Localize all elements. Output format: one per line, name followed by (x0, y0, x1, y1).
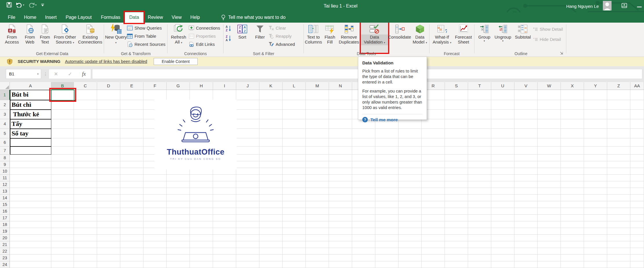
cell-C12[interactable] (74, 181, 97, 188)
cell-Z3[interactable] (607, 110, 630, 119)
cell-D18[interactable] (97, 221, 120, 228)
cell-Z21[interactable] (607, 241, 630, 248)
cell-D14[interactable] (97, 195, 120, 201)
cell-Z23[interactable] (607, 255, 630, 261)
cell-Y18[interactable] (584, 221, 607, 228)
cell-L3[interactable] (283, 110, 306, 119)
cell-H18[interactable] (190, 221, 213, 228)
cell-J11[interactable] (236, 175, 259, 181)
cell-U14[interactable] (491, 195, 514, 201)
cell-L14[interactable] (283, 195, 306, 201)
cell-I23[interactable] (213, 255, 236, 261)
cell-V11[interactable] (514, 175, 538, 181)
cell-O14[interactable] (352, 195, 375, 201)
cell-Y10[interactable] (584, 168, 607, 175)
cell-F15[interactable] (143, 201, 167, 208)
cell-L2[interactable] (283, 100, 306, 110)
cell-AA22[interactable] (630, 248, 644, 255)
cell-AA17[interactable] (630, 215, 644, 221)
cell-W11[interactable] (538, 175, 561, 181)
cell-M1[interactable] (306, 90, 329, 100)
cell-W9[interactable] (538, 161, 561, 168)
cell-N5[interactable] (329, 129, 352, 138)
cell-V7[interactable] (514, 146, 538, 155)
cell-N6[interactable] (329, 138, 352, 146)
cell-P23[interactable] (375, 255, 399, 261)
cell-B3[interactable] (51, 110, 74, 119)
cell-K24[interactable] (259, 261, 283, 268)
row-header-5[interactable]: 5 (0, 129, 10, 138)
cell-I14[interactable] (213, 195, 236, 201)
cell-M5[interactable] (306, 129, 329, 138)
column-header-E[interactable]: E (120, 82, 143, 90)
column-header-AA[interactable]: AA (630, 82, 644, 90)
cell-V9[interactable] (514, 161, 538, 168)
cell-P5[interactable] (375, 129, 399, 138)
cell-U8[interactable] (491, 155, 514, 161)
cell-P11[interactable] (375, 175, 399, 181)
advanced-filter-button[interactable]: Advanced (268, 41, 295, 48)
cell-Q13[interactable] (399, 188, 422, 195)
cell-J17[interactable] (236, 215, 259, 221)
cell-P22[interactable] (375, 248, 399, 255)
cell-P8[interactable] (375, 155, 399, 161)
cell-Q11[interactable] (399, 175, 422, 181)
cell-S7[interactable] (445, 146, 468, 155)
forecast-sheet-button[interactable]: Forecast Sheet (454, 23, 473, 52)
from-text-button[interactable]: From Text (37, 23, 53, 52)
cell-AA10[interactable] (630, 168, 644, 175)
cell-E12[interactable] (120, 181, 143, 188)
cell-K11[interactable] (259, 175, 283, 181)
cell-I19[interactable] (213, 228, 236, 235)
cell-P14[interactable] (375, 195, 399, 201)
cell-Z4[interactable] (607, 119, 630, 129)
cell-A22[interactable] (10, 248, 51, 255)
row-header-23[interactable]: 23 (0, 255, 10, 261)
minimize-button[interactable] (637, 3, 642, 9)
ribbon-display-options-button[interactable] (621, 3, 627, 9)
subtotal-button[interactable]: Subtotal (513, 23, 533, 52)
cell-M17[interactable] (306, 215, 329, 221)
cell-E20[interactable] (120, 235, 143, 241)
cell-Y19[interactable] (584, 228, 607, 235)
cell-R13[interactable] (422, 188, 445, 195)
cell-A11[interactable] (10, 175, 51, 181)
cell-R4[interactable] (422, 119, 445, 129)
cell-K21[interactable] (259, 241, 283, 248)
cell-A17[interactable] (10, 215, 51, 221)
outline-dialog-launcher[interactable]: ⇲ (560, 51, 563, 55)
cell-C5[interactable] (74, 129, 97, 138)
cell-G23[interactable] (167, 255, 190, 261)
cancel-entry-icon[interactable]: ✕ (54, 71, 58, 77)
cell-O17[interactable] (352, 215, 375, 221)
cell-N13[interactable] (329, 188, 352, 195)
row-header-21[interactable]: 21 (0, 241, 10, 248)
cell-K17[interactable] (259, 215, 283, 221)
cell-P19[interactable] (375, 228, 399, 235)
column-header-V[interactable]: V (514, 82, 538, 90)
cell-V23[interactable] (514, 255, 538, 261)
cell-P24[interactable] (375, 261, 399, 268)
cell-U3[interactable] (491, 110, 514, 119)
cell-AA24[interactable] (630, 261, 644, 268)
cell-I17[interactable] (213, 215, 236, 221)
cell-L20[interactable] (283, 235, 306, 241)
cell-L7[interactable] (283, 146, 306, 155)
cell-V2[interactable] (514, 100, 538, 110)
cell-Y21[interactable] (584, 241, 607, 248)
cell-J4[interactable] (236, 119, 259, 129)
cell-R17[interactable] (422, 215, 445, 221)
cell-H23[interactable] (190, 255, 213, 261)
cell-E11[interactable] (120, 175, 143, 181)
cell-F24[interactable] (143, 261, 167, 268)
cell-J13[interactable] (236, 188, 259, 195)
cell-J1[interactable] (236, 90, 259, 100)
cell-O8[interactable] (352, 155, 375, 161)
cell-V8[interactable] (514, 155, 538, 161)
cell-W17[interactable] (538, 215, 561, 221)
cell-R24[interactable] (422, 261, 445, 268)
cell-K4[interactable] (259, 119, 283, 129)
cell-O22[interactable] (352, 248, 375, 255)
cell-Z9[interactable] (607, 161, 630, 168)
cell-T4[interactable] (468, 119, 491, 129)
